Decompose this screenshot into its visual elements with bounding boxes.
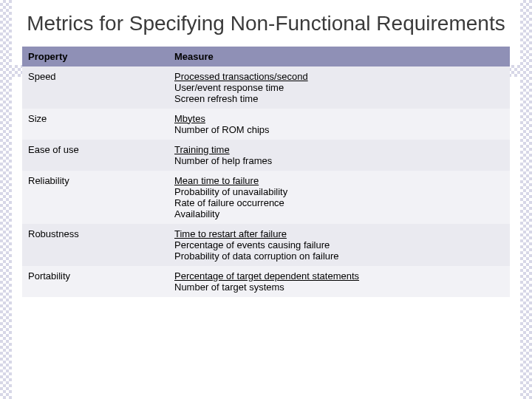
measure-cell: Training timeNumber of help frames xyxy=(168,140,510,171)
table-row: ReliabilityMean time to failureProbabili… xyxy=(22,171,510,224)
measure-line: Percentage of target dependent statement… xyxy=(174,270,504,282)
measure-line: Screen refresh time xyxy=(174,93,504,104)
table-row: PortabilityPercentage of target dependen… xyxy=(22,266,510,297)
metrics-table: Property Measure SpeedProcessed transact… xyxy=(22,47,510,297)
slide: Metrics for Specifying Non-Functional Re… xyxy=(0,0,532,399)
property-cell: Size xyxy=(22,109,168,140)
measure-line: Number of target systems xyxy=(174,282,504,293)
measure-line: Rate of failure occurrence xyxy=(174,197,504,208)
measure-line: Training time xyxy=(174,144,504,155)
table-header-row: Property Measure xyxy=(22,47,510,66)
property-cell: Speed xyxy=(22,66,168,109)
measure-line: Percentage of events causing failure xyxy=(174,239,504,250)
decorative-border-right xyxy=(520,0,532,399)
measure-cell: MbytesNumber of ROM chips xyxy=(168,109,510,140)
measure-line: Mbytes xyxy=(174,113,504,124)
measure-line: Probability of data corruption on failur… xyxy=(174,250,504,262)
measure-line: Availability xyxy=(174,208,504,219)
table-row: Ease of useTraining timeNumber of help f… xyxy=(22,140,510,171)
measure-cell: Mean time to failureProbability of unava… xyxy=(168,171,510,224)
table-row: RobustnessTime to restart after failureP… xyxy=(22,224,510,266)
measure-line: Mean time to failure xyxy=(174,175,504,186)
measure-line: Number of ROM chips xyxy=(174,124,504,135)
measure-line: Processed transactions/second xyxy=(174,71,504,82)
decorative-border-left xyxy=(0,0,12,399)
measure-line: Time to restart after failure xyxy=(174,228,504,239)
header-measure: Measure xyxy=(168,47,510,66)
measure-cell: Percentage of target dependent statement… xyxy=(168,266,510,297)
table-row: SpeedProcessed transactions/secondUser/e… xyxy=(22,66,510,109)
measure-cell: Time to restart after failurePercentage … xyxy=(168,224,510,266)
property-cell: Robustness xyxy=(22,224,168,266)
measure-line: User/event response time xyxy=(174,82,504,93)
measure-line: Probability of unavailability xyxy=(174,186,504,197)
page-title: Metrics for Specifying Non-Functional Re… xyxy=(22,11,510,36)
table-row: SizeMbytesNumber of ROM chips xyxy=(22,109,510,140)
measure-cell: Processed transactions/secondUser/event … xyxy=(168,66,510,109)
property-cell: Portability xyxy=(22,266,168,297)
header-property: Property xyxy=(22,47,168,66)
measure-line: Number of help frames xyxy=(174,155,504,166)
property-cell: Reliability xyxy=(22,171,168,224)
property-cell: Ease of use xyxy=(22,140,168,171)
